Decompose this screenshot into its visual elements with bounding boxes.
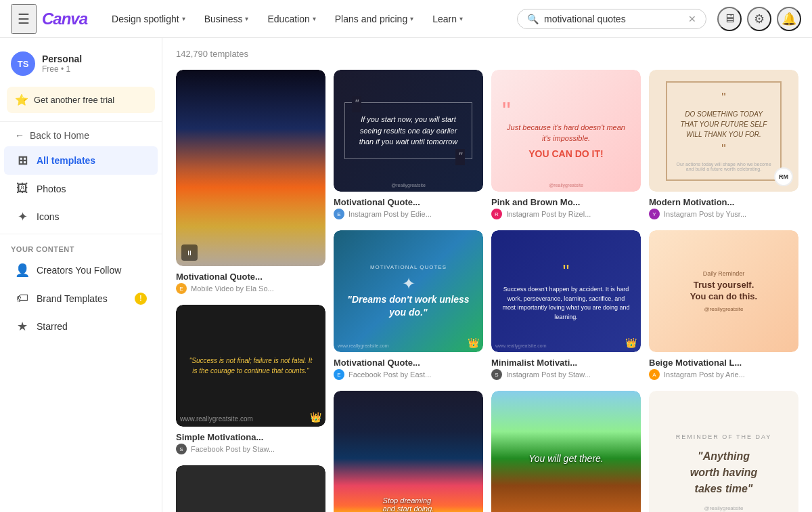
chevron-down-icon: ▾ [245, 15, 248, 22]
sidebar-item-starred[interactable]: ★ Starred [4, 312, 158, 341]
watermark: www.reallygreatsite.com [495, 343, 546, 348]
search-icon: 🔍 [527, 14, 539, 24]
grid-icon: ⊞ [15, 153, 30, 168]
sidebar-item-photos[interactable]: 🖼 Photos [4, 175, 158, 202]
sidebar: TS Personal Free • 1 ⭐ Get another free … [0, 38, 162, 512]
settings-icon-button[interactable]: ⚙ [747, 7, 771, 31]
user-profile: TS Personal Free • 1 [0, 46, 162, 84]
crown-icon: 👑 [468, 337, 479, 348]
back-to-home-button[interactable]: ← Back to Home [4, 125, 158, 146]
sidebar-item-icons[interactable]: ✦ Icons [4, 202, 158, 231]
chevron-down-icon: ▾ [459, 15, 463, 22]
card-meta: Simple Motivationa... S Facebook Post by… [176, 427, 325, 457]
rm-badge: RM [774, 167, 793, 186]
card-subtitle: E Mobile Video by Ela So... [176, 283, 325, 294]
clear-search-icon[interactable]: ✕ [688, 14, 696, 24]
template-card[interactable]: MOTIVATIONAL QUOTES ✦ "Dreams don't work… [334, 230, 483, 383]
card-title: Motivational Quote... [334, 358, 483, 368]
creator-avatar: R [491, 209, 502, 219]
creator-avatar: E [334, 209, 344, 219]
nav-education[interactable]: Education ▾ [259, 9, 323, 28]
main-layout: TS Personal Free • 1 ⭐ Get another free … [0, 38, 812, 512]
chevron-down-icon: ▾ [182, 15, 185, 22]
card-subtitle: R Instagram Post by Rizel... [491, 209, 641, 219]
back-to-home-label: Back to Home [30, 130, 89, 141]
sidebar-item-creators-you-follow[interactable]: 👤 Creators You Follow [4, 256, 158, 284]
card-title: Beige Motivational L... [649, 358, 798, 368]
free-trial-button[interactable]: ⭐ Get another free trial [7, 87, 155, 113]
user-info: Personal Free • 1 [42, 54, 82, 74]
crown-icon: 👑 [310, 412, 321, 423]
card-subtitle: S Facebook Post by Staw... [176, 444, 325, 454]
avatar: TS [11, 51, 35, 76]
nav-business[interactable]: Business ▾ [196, 9, 257, 28]
template-card[interactable]: " DO SOMETHING TODAY THAT YOUR FUTURE SE… [649, 70, 798, 222]
template-card[interactable]: Reminder of the day "Anythingworth havin… [649, 391, 798, 512]
canva-logo[interactable]: Canva [42, 9, 87, 28]
card-title: Minimalist Motivati... [491, 358, 641, 368]
card-meta: Minimalist Motivati... S Instagram Post … [491, 352, 641, 383]
user-name: Personal [42, 54, 82, 64]
card-meta: Motivational Quote... E Facebook Post by… [334, 352, 483, 383]
nav-design-spotlight[interactable]: Design spotlight ▾ [104, 9, 194, 28]
card-subtitle: E Facebook Post by East... [334, 369, 483, 380]
nav-learn[interactable]: Learn ▾ [424, 9, 471, 28]
top-navigation: ☰ Canva Design spotlight ▾ Business ▾ Ed… [0, 0, 812, 38]
watermark: www.reallygreatsite.com [338, 343, 388, 348]
creator-avatar: S [176, 444, 187, 454]
creator-avatar: Y [649, 209, 660, 219]
watermark: @reallygreatsite [334, 183, 483, 188]
star-icon: ★ [15, 319, 30, 334]
search-input[interactable] [544, 14, 683, 24]
card-title: Motivational Quote... [176, 272, 325, 282]
person-icon: 👤 [15, 263, 30, 278]
brand-icon: 🏷 [15, 291, 30, 305]
template-card[interactable]: ⏸ Motivational Quote... E Mobile Video b… [176, 70, 325, 297]
sidebar-divider [0, 121, 162, 122]
sidebar-item-label: Photos [37, 184, 66, 194]
chevron-down-icon: ▾ [410, 15, 413, 22]
card-meta: Modern Motivation... Y Instagram Post by… [649, 192, 798, 222]
sidebar-item-label: All templates [37, 155, 95, 166]
template-card[interactable]: "A mistake should be your teacher, not y… [176, 465, 325, 512]
notifications-icon-button[interactable]: 🔔 [777, 7, 801, 31]
template-card[interactable]: "Success is not final; failure is not fa… [176, 305, 325, 457]
card-meta: Pink and Brown Mo... R Instagram Post by… [491, 192, 641, 222]
template-grid: ⏸ Motivational Quote... E Mobile Video b… [176, 70, 798, 512]
sidebar-item-label: Icons [37, 211, 59, 222]
icons-icon: ✦ [15, 209, 30, 224]
sidebar-item-label: Brand Templates [37, 293, 108, 304]
card-subtitle: A Instagram Post by Arie... [649, 369, 798, 380]
your-content-label: Your Content [0, 237, 162, 256]
nav-plans-pricing[interactable]: Plans and pricing ▾ [327, 9, 422, 28]
template-card[interactable]: Daily Reminder Trust yourself.You can do… [649, 230, 798, 383]
template-card[interactable]: You will get there. [491, 391, 641, 512]
hamburger-menu[interactable]: ☰ [11, 4, 37, 34]
card-title: Motivational Quote... [334, 197, 483, 207]
card-title: Modern Motivation... [649, 197, 798, 207]
chevron-down-icon: ▾ [313, 15, 316, 22]
template-card[interactable]: " Just because it's hard doesn't mean it… [491, 70, 641, 222]
template-card[interactable]: " Success doesn't happen by accident. It… [491, 230, 641, 383]
nav-icon-group: 🖥 ⚙ 🔔 [717, 7, 801, 31]
new-badge: ! [135, 293, 147, 305]
sidebar-item-brand-templates[interactable]: 🏷 Brand Templates ! [4, 284, 158, 312]
sidebar-item-all-templates[interactable]: ⊞ All templates [4, 146, 158, 175]
content-header: 142,790 templates [176, 49, 798, 59]
crown-icon: 👑 [625, 337, 637, 348]
search-bar: 🔍 ✕ [517, 9, 706, 29]
arrow-left-icon: ← [15, 130, 24, 141]
desktop-icon-button[interactable]: 🖥 [717, 7, 742, 31]
pause-icon: ⏸ [181, 244, 198, 261]
card-subtitle: S Instagram Post by Staw... [491, 369, 641, 380]
card-meta: Motivational Quote... E Instagram Post b… [334, 192, 483, 222]
card-title: Simple Motivationa... [176, 432, 325, 442]
template-card[interactable]: Stop dreamingand start doing. [334, 391, 483, 512]
sidebar-item-label: Creators You Follow [37, 265, 121, 276]
content-area: 142,790 templates ⏸ Motivational Quote..… [162, 38, 812, 512]
creator-avatar: A [649, 369, 660, 380]
trial-label: Get another free trial [34, 95, 114, 105]
watermark: www.reallygreatsite.com [180, 415, 253, 423]
template-card[interactable]: " If you start now, you will start seein… [334, 70, 483, 222]
card-meta: Motivational Quote... E Mobile Video by … [176, 266, 325, 297]
